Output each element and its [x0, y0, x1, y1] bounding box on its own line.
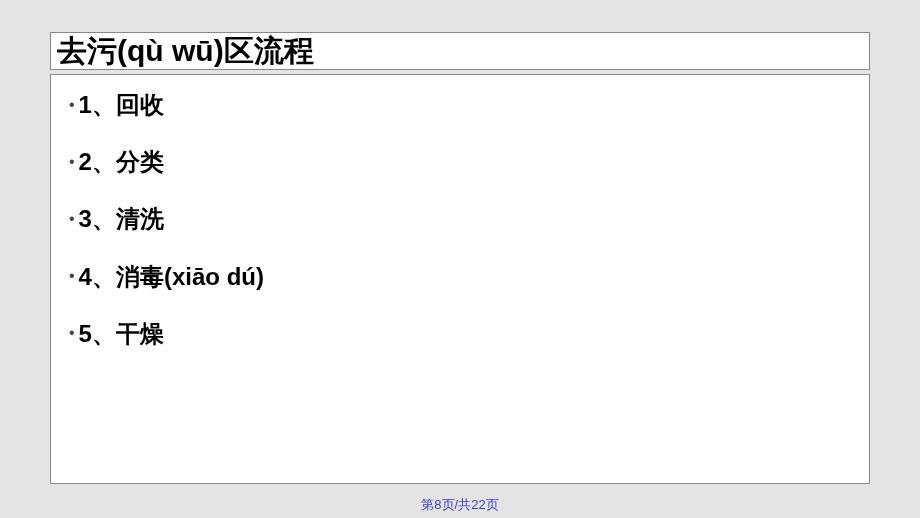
item-text: 4、消毒(xiāo dú)	[79, 261, 264, 292]
title-box: 去污(qù wū)区流程	[50, 32, 870, 70]
list-item: • 3、清洗	[65, 203, 855, 234]
bullet-icon: •	[69, 211, 75, 227]
slide-title: 去污(qù wū)区流程	[57, 33, 863, 69]
bullet-icon: •	[69, 97, 75, 113]
item-text: 2、分类	[79, 146, 164, 177]
slide-container: 去污(qù wū)区流程 • 1、回收 • 2、分类 • 3、清洗 • 4、消毒…	[0, 0, 920, 484]
list-item: • 2、分类	[65, 146, 855, 177]
item-text: 5、干燥	[79, 318, 164, 349]
bullet-icon: •	[69, 325, 75, 341]
list-item: • 1、回收	[65, 89, 855, 120]
content-box: • 1、回收 • 2、分类 • 3、清洗 • 4、消毒(xiāo dú) • 5…	[50, 74, 870, 484]
bullet-icon: •	[69, 268, 75, 284]
item-text: 3、清洗	[79, 203, 164, 234]
list-item: • 5、干燥	[65, 318, 855, 349]
item-text: 1、回收	[79, 89, 164, 120]
page-indicator: 第8页/共22页	[0, 496, 920, 514]
list-item: • 4、消毒(xiāo dú)	[65, 261, 855, 292]
bullet-icon: •	[69, 154, 75, 170]
